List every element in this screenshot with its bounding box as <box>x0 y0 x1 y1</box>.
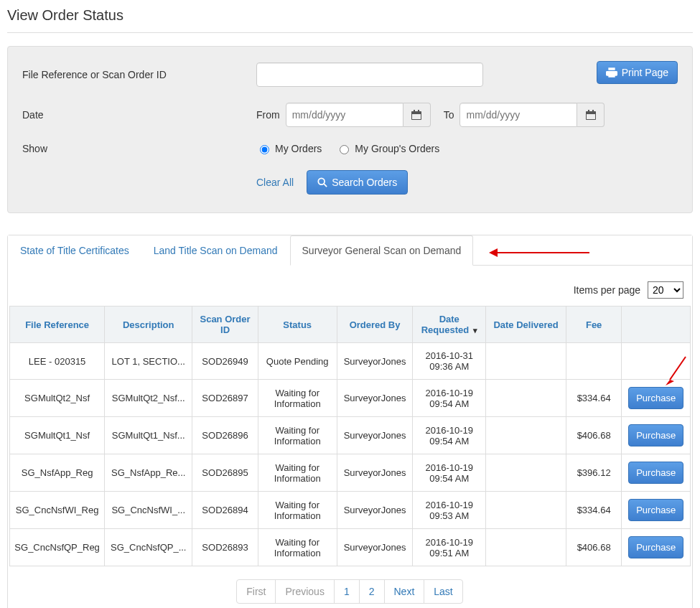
date-requested-cell: 2016-10-19 09:54 AM <box>413 380 486 417</box>
ordered-by-cell: SurveyorJones <box>337 380 413 417</box>
col-description[interactable]: Description <box>105 307 192 343</box>
label-file-reference: File Reference or Scan Order ID <box>22 69 256 80</box>
col-file-reference[interactable]: File Reference <box>10 307 105 343</box>
pager-first[interactable]: First <box>236 579 276 604</box>
action-cell: Purchase <box>622 380 691 417</box>
table-row: SG_NsfApp_RegSG_NsfApp_Re...SOD26895Wait… <box>10 454 691 492</box>
status-cell: Waiting for Information <box>258 417 337 454</box>
tab-state-of-title[interactable]: State of Title Certificates <box>8 235 141 266</box>
pager-previous[interactable]: Previous <box>275 579 334 604</box>
date-requested-cell: 2016-10-19 09:54 AM <box>413 454 486 492</box>
pager-next[interactable]: Next <box>384 579 425 604</box>
scan-order-id-cell: SOD26895 <box>192 454 258 492</box>
table-row: SGMultQt1_NsfSGMultQt1_Nsf...SOD26896Wai… <box>10 417 691 454</box>
radio-my-orders-input[interactable] <box>260 145 269 154</box>
scan-order-id-cell: SOD26893 <box>192 529 258 566</box>
purchase-button[interactable]: Purchase <box>628 462 683 484</box>
description-cell: SGMultQt2_Nsf... <box>105 380 192 417</box>
date-requested-cell: 2016-10-19 09:54 AM <box>413 417 486 454</box>
description-cell: SGMultQt1_Nsf... <box>105 417 192 454</box>
file-reference-cell: LEE - 020315 <box>10 343 105 380</box>
date-requested-cell: 2016-10-19 09:51 AM <box>413 529 486 566</box>
print-page-button[interactable]: Print Page <box>597 61 678 84</box>
calendar-icon <box>586 110 596 120</box>
col-status[interactable]: Status <box>258 307 337 343</box>
action-cell <box>622 343 691 380</box>
status-cell: Quote Pending <box>258 343 337 380</box>
items-per-page-label: Items per page <box>574 284 640 296</box>
action-cell: Purchase <box>622 492 691 529</box>
ordered-by-cell: SurveyorJones <box>337 492 413 529</box>
search-icon <box>317 177 327 187</box>
file-reference-cell: SG_CncNsfWI_Reg <box>10 492 105 529</box>
description-cell: SG_CncNsfWI_... <box>105 492 192 529</box>
file-reference-input[interactable] <box>256 62 483 87</box>
radio-group-orders-label: My Group's Orders <box>355 143 439 154</box>
scan-order-id-cell: SOD26896 <box>192 417 258 454</box>
ordered-by-cell: SurveyorJones <box>337 529 413 566</box>
col-fee[interactable]: Fee <box>566 307 622 343</box>
svg-point-0 <box>318 178 325 184</box>
radio-group-orders-input[interactable] <box>340 145 349 154</box>
purchase-button[interactable]: Purchase <box>628 387 683 409</box>
tab-strip: State of Title Certificates Land Title S… <box>8 235 692 266</box>
title-separator <box>7 32 693 33</box>
table-row: SGMultQt2_NsfSGMultQt2_Nsf...SOD26897Wai… <box>10 380 691 417</box>
status-cell: Waiting for Information <box>258 380 337 417</box>
radio-my-orders[interactable]: My Orders <box>256 143 322 154</box>
col-date-requested[interactable]: Date Requested ▾ <box>413 307 486 343</box>
radio-my-orders-label: My Orders <box>275 143 322 154</box>
file-reference-cell: SGMultQt1_Nsf <box>10 417 105 454</box>
page-title: View Order Status <box>7 7 693 27</box>
tab-surveyor-general-scan[interactable]: Surveyor General Scan on Demand <box>290 235 474 266</box>
action-cell: Purchase <box>622 454 691 492</box>
date-to-input[interactable] <box>459 103 577 127</box>
items-per-page-select[interactable]: 20 <box>648 281 683 299</box>
search-orders-button[interactable]: Search Orders <box>307 170 408 195</box>
orders-table: File Reference Description Scan Order ID… <box>9 306 691 566</box>
fee-cell: $406.68 <box>566 417 622 454</box>
table-row: LEE - 020315LOT 1, SECTIO...SOD26949Quot… <box>10 343 691 380</box>
scan-order-id-cell: SOD26894 <box>192 492 258 529</box>
fee-cell: $396.12 <box>566 454 622 492</box>
date-from-calendar-button[interactable] <box>403 103 431 127</box>
tab-land-title-scan[interactable]: Land Title Scan on Demand <box>141 235 290 266</box>
pagination: First Previous 1 2 Next Last <box>9 579 691 604</box>
purchase-button[interactable]: Purchase <box>628 424 683 446</box>
pager-last[interactable]: Last <box>424 579 462 604</box>
date-to-calendar-button[interactable] <box>577 103 605 127</box>
purchase-button[interactable]: Purchase <box>628 536 683 558</box>
search-panel: Print Page File Reference or Scan Order … <box>7 46 693 213</box>
svg-marker-3 <box>666 380 674 385</box>
search-orders-label: Search Orders <box>332 177 397 188</box>
file-reference-cell: SGMultQt2_Nsf <box>10 380 105 417</box>
description-cell: SG_CncNsfQP_... <box>105 529 192 566</box>
purchase-button[interactable]: Purchase <box>628 499 683 521</box>
pager-page-1[interactable]: 1 <box>334 579 360 604</box>
date-delivered-cell <box>486 492 566 529</box>
date-delivered-cell <box>486 529 566 566</box>
ordered-by-cell: SurveyorJones <box>337 417 413 454</box>
printer-icon <box>606 67 617 78</box>
date-from-input[interactable] <box>286 103 403 127</box>
col-scan-order-id[interactable]: Scan Order ID <box>192 307 258 343</box>
description-cell: LOT 1, SECTIO... <box>105 343 192 380</box>
label-date: Date <box>22 109 256 121</box>
fee-cell: $334.64 <box>566 492 622 529</box>
clear-all-link[interactable]: Clear All <box>256 177 294 188</box>
date-requested-cell: 2016-10-31 09:36 AM <box>413 343 486 380</box>
pager-page-2[interactable]: 2 <box>359 579 385 604</box>
col-ordered-by[interactable]: Ordered By <box>337 307 413 343</box>
status-cell: Waiting for Information <box>258 529 337 566</box>
ordered-by-cell: SurveyorJones <box>337 454 413 492</box>
date-requested-cell: 2016-10-19 09:53 AM <box>413 492 486 529</box>
action-cell: Purchase <box>622 529 691 566</box>
col-date-delivered[interactable]: Date Delivered <box>486 307 566 343</box>
status-cell: Waiting for Information <box>258 454 337 492</box>
action-cell: Purchase <box>622 417 691 454</box>
ordered-by-cell: SurveyorJones <box>337 343 413 380</box>
fee-cell: $334.64 <box>566 380 622 417</box>
radio-group-orders[interactable]: My Group's Orders <box>336 143 439 154</box>
calendar-icon <box>411 110 421 120</box>
scan-order-id-cell: SOD26897 <box>192 380 258 417</box>
